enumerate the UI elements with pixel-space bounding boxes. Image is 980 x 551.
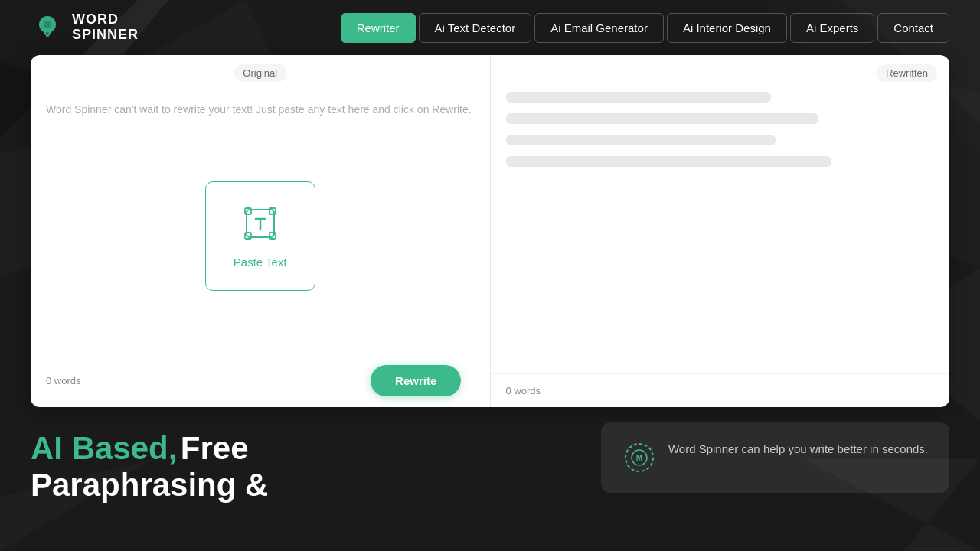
original-label: Original — [234, 64, 286, 82]
info-card: M Word Spinner can help you write better… — [601, 422, 949, 493]
rewritten-word-count: 0 words — [506, 385, 541, 396]
rewritten-label: Rewritten — [877, 64, 937, 82]
original-footer: 0 words Rewrite — [31, 354, 490, 407]
skeleton-line-3 — [506, 135, 776, 145]
nav-link-ai-email-generator[interactable]: Ai Email Generator — [534, 13, 664, 43]
placeholder-hint: Word Spinner can't wait to rewrite your … — [46, 101, 475, 118]
logo-word: WORD — [72, 12, 139, 28]
info-icon: M — [622, 441, 656, 474]
paste-zone[interactable]: Paste Text — [46, 133, 475, 338]
logo-text: WORD SPINNER — [72, 12, 139, 43]
panel-original: Original Word Spinner can't wait to rewr… — [31, 55, 491, 407]
tagline-highlight: AI Based, Free — [31, 430, 578, 467]
main-content: Original Word Spinner can't wait to rewr… — [0, 55, 980, 504]
tagline: AI Based, Free Paraphrasing & — [31, 422, 578, 504]
svg-text:M: M — [636, 454, 642, 462]
info-card-text: Word Spinner can help you write better i… — [668, 441, 928, 458]
navbar: WORD SPINNER Rewriter Ai Text Detector A… — [0, 0, 980, 55]
original-word-count: 0 words — [46, 375, 81, 386]
nav-link-ai-interior-design[interactable]: Ai Interior Design — [667, 13, 787, 43]
logo: WORD SPINNER — [31, 11, 139, 44]
nav-link-contact[interactable]: Contact — [877, 13, 949, 43]
skeleton-line-4 — [506, 156, 831, 167]
nav-link-ai-experts[interactable]: Ai Experts — [790, 13, 874, 43]
panel-rewritten: Rewritten 0 words — [491, 55, 950, 407]
skeleton-line-1 — [506, 92, 772, 103]
svg-point-14 — [44, 21, 51, 28]
tagline-normal-2: Paraphrasing & — [31, 467, 268, 503]
logo-icon — [31, 11, 64, 44]
nav-link-rewriter[interactable]: Rewriter — [341, 13, 416, 43]
skeleton-line-2 — [506, 113, 818, 124]
nav-link-ai-text-detector[interactable]: Ai Text Detector — [419, 13, 532, 43]
rewritten-footer: 0 words — [491, 373, 950, 407]
paste-text-icon — [240, 204, 280, 246]
paste-box[interactable]: Paste Text — [205, 181, 315, 291]
original-content: Word Spinner can't wait to rewrite your … — [31, 55, 490, 354]
editor-card: Original Word Spinner can't wait to rewr… — [31, 55, 949, 407]
nav-links: Rewriter Ai Text Detector Ai Email Gener… — [341, 13, 949, 43]
paste-label[interactable]: Paste Text — [234, 256, 287, 269]
tagline-normal-1: Free — [181, 430, 249, 466]
logo-spinner: SPINNER — [72, 28, 139, 43]
bottom-section: AI Based, Free Paraphrasing & M Word Spi… — [31, 422, 949, 504]
rewrite-button[interactable]: Rewrite — [371, 365, 461, 396]
